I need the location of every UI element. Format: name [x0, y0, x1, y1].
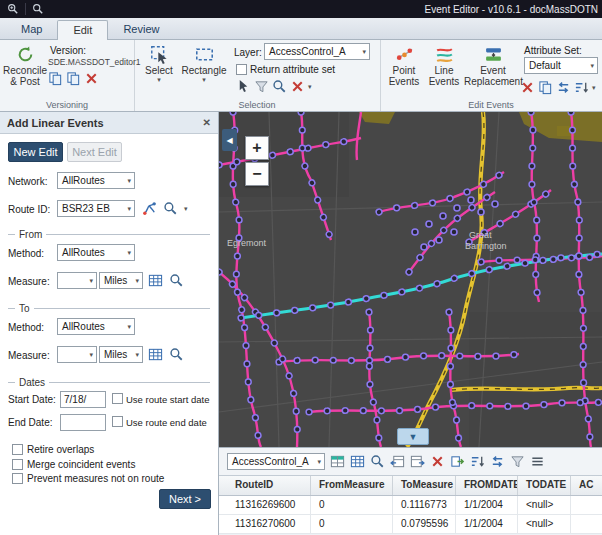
chevron-down-icon[interactable]: ▾ — [592, 84, 596, 92]
table-menu-icon[interactable] — [530, 454, 545, 469]
chevron-down-icon[interactable]: ▾ — [180, 76, 228, 84]
chevron-down-icon: ▾ — [86, 351, 96, 359]
map-view[interactable]: Egremont Great Barrington ◀ + − ▼ — [219, 112, 602, 447]
use-route-end-date-checkbox[interactable] — [112, 416, 123, 427]
clear-selection-icon[interactable] — [290, 79, 305, 94]
next-selection-icon[interactable] — [410, 454, 425, 469]
column-header-todate[interactable]: TODATE — [518, 476, 571, 495]
chevron-down-icon[interactable]: ▾ — [140, 76, 178, 84]
measure-picker-icon[interactable] — [148, 347, 163, 362]
to-measure-select[interactable]: ▾ — [57, 346, 97, 363]
next-button[interactable]: Next > — [159, 489, 211, 509]
zoom-in-button[interactable]: + — [245, 136, 269, 160]
ribbon-group-selection: Select ▾ Rectangle ▾ Layer: AccessContro… — [134, 40, 381, 111]
table-row[interactable]: 11316270600 0 0.0795596 1/1/2004 <null> — [219, 515, 602, 534]
to-unit-select[interactable]: Miles ▾ — [99, 346, 143, 363]
return-attribute-set-checkbox[interactable] — [236, 64, 247, 75]
layer-value: AccessControl_A — [269, 46, 346, 57]
previous-selection-icon[interactable] — [390, 454, 405, 469]
collapse-table-button[interactable]: ▼ — [397, 428, 429, 445]
table-layer-select[interactable]: AccessControl_A ▾ — [227, 453, 325, 470]
tab-edit[interactable]: Edit — [57, 20, 108, 40]
zoom-in-icon[interactable] — [7, 3, 19, 15]
tab-map[interactable]: Map — [6, 20, 57, 39]
from-section-divider: From — [8, 229, 210, 240]
title-bar: Event Editor - v10.6.1 - docMassDOTN — [0, 0, 602, 18]
event-replacement-label: Event Replacement — [464, 65, 522, 87]
lasso-select-icon[interactable] — [254, 79, 269, 94]
chevron-down-icon[interactable]: ▾ — [184, 205, 188, 213]
select-tool-icon — [150, 45, 169, 64]
column-header-fromdate[interactable]: FROMDATE — [456, 476, 518, 495]
reconcile-post-label: Reconcile & Post — [2, 65, 48, 87]
column-header-routeid[interactable]: RouteID — [219, 476, 311, 495]
cell-ac — [571, 515, 602, 533]
chevron-down-icon[interactable]: ▾ — [308, 83, 312, 91]
attribute-set-select[interactable]: Default ▾ — [524, 57, 598, 74]
delete-event-icon[interactable] — [520, 80, 535, 95]
select-button[interactable]: Select ▾ — [140, 43, 178, 84]
collapse-panel-button[interactable]: ◀ — [222, 129, 237, 151]
start-date-input[interactable] — [60, 391, 106, 408]
merge-coincident-events-label: Merge coincident events — [27, 459, 135, 470]
swap-columns-icon[interactable] — [490, 454, 505, 469]
use-route-start-date-checkbox[interactable] — [112, 393, 123, 404]
measure-picker-icon[interactable] — [148, 273, 163, 288]
event-replacement-button[interactable]: Event Replacement — [464, 43, 522, 87]
layer-select[interactable]: AccessControl_A ▾ — [264, 43, 370, 60]
event-replacement-icon — [484, 45, 503, 64]
zoom-to-selection-icon[interactable] — [370, 454, 385, 469]
reconcile-post-button[interactable]: Reconcile & Post — [2, 43, 48, 87]
zoom-to-selected-icon[interactable] — [272, 79, 287, 94]
chevron-down-icon: ▾ — [132, 351, 142, 359]
to-method-select[interactable]: AllRoutes ▾ — [57, 318, 135, 335]
column-header-ac[interactable]: AC — [571, 476, 602, 495]
zoom-out-button[interactable]: − — [245, 162, 269, 186]
column-header-tomeasure[interactable]: ToMeasure — [393, 476, 456, 495]
search-icon[interactable] — [169, 347, 184, 362]
table-row[interactable]: 11316269600 0 0.1116773 1/1/2004 <null> — [219, 496, 602, 515]
records-selection-icon[interactable] — [330, 454, 345, 469]
export-records-icon[interactable] — [450, 454, 465, 469]
map-label-egremont: Egremont — [227, 238, 267, 248]
new-edit-button[interactable]: New Edit — [8, 142, 63, 162]
prevent-measures-checkbox[interactable] — [12, 473, 23, 484]
collapse-down-icon: ▼ — [409, 432, 418, 442]
filter-records-icon[interactable] — [510, 454, 525, 469]
window-title: Event Editor - v10.6.1 - docMassDOTN — [425, 4, 598, 15]
ribbon-tabs: Map Edit Review — [0, 18, 602, 40]
line-events-button[interactable]: Line Events — [426, 43, 462, 87]
search-icon[interactable] — [163, 201, 178, 216]
search-icon[interactable] — [169, 273, 184, 288]
merge-coincident-events-checkbox[interactable] — [12, 459, 23, 470]
network-select[interactable]: AllRoutes ▾ — [57, 172, 135, 189]
retire-overlaps-checkbox[interactable] — [12, 444, 23, 455]
from-measure-select[interactable]: ▾ — [57, 272, 97, 289]
end-date-input[interactable] — [60, 414, 106, 431]
cell-frommeasure: 0 — [311, 515, 393, 533]
line-events-icon — [435, 45, 454, 64]
zoom-icon[interactable] — [32, 3, 44, 15]
new-version-icon[interactable] — [66, 71, 81, 86]
route-id-select[interactable]: BSR23 EB ▾ — [57, 200, 135, 217]
attribute-set-value: Default — [529, 60, 561, 71]
column-header-frommeasure[interactable]: FromMeasure — [311, 476, 393, 495]
split-event-icon[interactable] — [574, 80, 589, 95]
from-unit-select[interactable]: Miles ▾ — [99, 272, 143, 289]
to-section-label: To — [19, 303, 30, 314]
copy-event-icon[interactable] — [538, 80, 553, 95]
copy-version-icon[interactable] — [48, 71, 63, 86]
offset-event-icon[interactable] — [556, 80, 571, 95]
rectangle-button[interactable]: Rectangle ▾ — [180, 43, 228, 84]
point-events-button[interactable]: Point Events — [384, 43, 424, 87]
dates-section-divider: Dates — [8, 377, 210, 388]
close-icon[interactable]: ✕ — [203, 117, 211, 128]
from-method-select[interactable]: AllRoutes ▾ — [57, 244, 135, 261]
route-picker-icon[interactable] — [142, 201, 157, 216]
select-features-icon[interactable] — [236, 79, 251, 94]
sort-records-icon[interactable] — [470, 454, 485, 469]
table-view-icon[interactable] — [350, 454, 365, 469]
tab-review[interactable]: Review — [108, 20, 174, 39]
clear-selection-icon[interactable] — [430, 454, 445, 469]
delete-version-icon[interactable] — [84, 71, 99, 86]
